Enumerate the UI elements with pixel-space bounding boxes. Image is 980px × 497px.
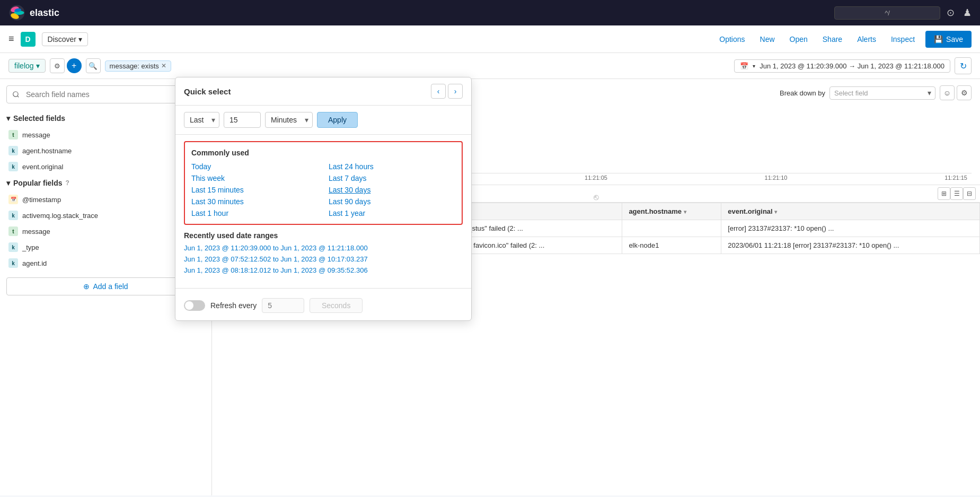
new-button[interactable]: New bbox=[756, 33, 779, 46]
row-agent-hostname-cell: elk-node1 bbox=[622, 237, 721, 254]
refresh-interval-input[interactable] bbox=[262, 298, 304, 313]
recent-range-2[interactable]: Jun 1, 2023 @ 07:52:12.502 to Jun 1, 202… bbox=[184, 255, 463, 263]
alerts-button[interactable]: Alerts bbox=[853, 33, 880, 46]
select-field-wrapper: Select field bbox=[829, 86, 935, 100]
row-event-original-cell: [error] 23137#23137: *10 open() ... bbox=[721, 220, 980, 237]
refresh-toggle[interactable] bbox=[184, 300, 205, 311]
selected-fields-chevron-icon: ▾ bbox=[6, 114, 10, 123]
calendar-icon: 📅 bbox=[740, 62, 748, 70]
field-name: _type bbox=[22, 243, 39, 251]
app-name-label: elastic bbox=[30, 7, 59, 19]
qs-divider bbox=[175, 288, 471, 289]
options-button[interactable]: Options bbox=[715, 33, 749, 46]
qs-link-last30m[interactable]: Last 30 minutes bbox=[191, 197, 318, 206]
top-nav-icons: ⊙ ♟ bbox=[947, 7, 972, 19]
commonly-used-title: Commonly used bbox=[191, 149, 455, 157]
qs-link-last7d[interactable]: Last 7 days bbox=[329, 174, 455, 182]
row-agent-hostname-cell bbox=[622, 220, 721, 237]
time-range-selector[interactable]: 📅 ▾ Jun 1, 2023 @ 11:20:39.000 → Jun 1, … bbox=[734, 59, 950, 73]
field-type-badge: k bbox=[8, 211, 18, 220]
field-type-badge: k bbox=[8, 162, 18, 171]
filter-bar: filelog ▾ ⚙ + 🔍 message: exists ✕ 📅 ▾ Ju… bbox=[0, 53, 980, 79]
event-original-sort-icon: ▾ bbox=[774, 209, 777, 215]
filter-tag-close-button[interactable]: ✕ bbox=[161, 62, 166, 69]
breakdown-field-select[interactable]: Select field bbox=[829, 86, 935, 100]
field-type-badge: 📅 bbox=[8, 195, 18, 204]
quick-select-title: Quick select bbox=[184, 87, 231, 96]
index-selector[interactable]: filelog ▾ bbox=[8, 59, 46, 73]
field-name: message bbox=[22, 228, 50, 236]
quick-select-controls: Last Minutes Apply bbox=[175, 106, 471, 135]
save-button[interactable]: 💾 Save bbox=[925, 31, 972, 48]
range-unit-wrapper: Minutes bbox=[265, 112, 313, 128]
discover-app-button[interactable]: Discover ▾ bbox=[42, 32, 88, 46]
qs-link-last30d[interactable]: Last 30 days bbox=[329, 186, 455, 194]
field-type-badge: k bbox=[8, 258, 18, 268]
qs-link-last24h[interactable]: Last 24 hours bbox=[329, 162, 455, 171]
refresh-label: Refresh every bbox=[210, 301, 257, 310]
field-name: agent.hostname bbox=[22, 147, 72, 155]
field-name: message bbox=[22, 131, 50, 139]
popular-fields-help-icon: ? bbox=[66, 179, 69, 187]
qs-link-last1h[interactable]: Last 1 hour bbox=[191, 209, 318, 217]
top-navigation: elastic ^/ ⊙ ♟ bbox=[0, 0, 980, 25]
range-number-input[interactable] bbox=[224, 112, 261, 128]
quick-select-panel: Quick select ‹ › Last Minutes Apply bbox=[175, 77, 472, 321]
add-field-icon: ⊕ bbox=[83, 282, 90, 291]
agent-hostname-column-label: agent.hostname bbox=[629, 207, 682, 215]
popular-fields-chevron-icon: ▾ bbox=[6, 179, 10, 187]
selected-fields-label: Selected fields bbox=[13, 114, 65, 123]
refresh-unit-display: Seconds bbox=[310, 298, 363, 313]
chart-icon-buttons: ☺ ⚙ bbox=[940, 85, 972, 100]
chart-smiley-button[interactable]: ☺ bbox=[940, 85, 955, 100]
chart-settings-button[interactable]: ⚙ bbox=[957, 85, 972, 100]
range-unit-select[interactable]: Minutes bbox=[265, 112, 313, 128]
range-type-wrapper: Last bbox=[184, 112, 219, 128]
search-toggle-button[interactable]: 🔍 bbox=[86, 58, 101, 73]
menu-toggle-button[interactable]: ≡ bbox=[8, 33, 14, 45]
help-icon[interactable]: ⊙ bbox=[947, 7, 955, 19]
qs-next-button[interactable]: › bbox=[448, 84, 463, 99]
refresh-button[interactable]: ↻ bbox=[955, 57, 972, 74]
discover-label: Discover bbox=[48, 35, 76, 43]
qs-link-this-week[interactable]: This week bbox=[191, 174, 318, 182]
main-layout: ▾ Selected fields t message k agent.host… bbox=[0, 79, 980, 495]
breakdown-label: Break down by bbox=[780, 89, 825, 97]
recent-range-3[interactable]: Jun 1, 2023 @ 08:18:12.012 to Jun 1, 202… bbox=[184, 266, 463, 274]
share-button[interactable]: Share bbox=[818, 33, 846, 46]
field-type-badge: k bbox=[8, 242, 18, 252]
recently-used-section: Recently used date ranges Jun 1, 2023 @ … bbox=[175, 231, 471, 284]
recent-range-1[interactable]: Jun 1, 2023 @ 11:20:39.000 to Jun 1, 202… bbox=[184, 244, 463, 252]
field-type-badge: k bbox=[8, 146, 18, 155]
popular-fields-label: Popular fields bbox=[13, 179, 63, 187]
table-header-event-original[interactable]: event.original ▾ bbox=[721, 203, 980, 220]
x-label: 11:21:15 bbox=[944, 175, 967, 181]
apply-button[interactable]: Apply bbox=[317, 112, 358, 128]
row-event-original-cell: 2023/06/01 11:21:18 [error] 23137#23137:… bbox=[721, 237, 980, 254]
active-filter-tag: message: exists ✕ bbox=[105, 60, 171, 72]
table-header-agent-hostname[interactable]: agent.hostname ▾ bbox=[622, 203, 721, 220]
field-type-badge: t bbox=[8, 130, 18, 139]
x-label: 11:21:05 bbox=[585, 175, 607, 181]
qs-link-last1y[interactable]: Last 1 year bbox=[329, 209, 455, 217]
top-search-bar[interactable]: ^/ bbox=[834, 6, 940, 20]
agent-hostname-sort-icon: ▾ bbox=[684, 209, 686, 215]
field-name: @timestamp bbox=[22, 196, 61, 204]
secondary-navigation: ≡ D Discover ▾ Options New Open Share Al… bbox=[0, 25, 980, 53]
qs-link-today[interactable]: Today bbox=[191, 162, 318, 171]
event-original-column-label: event.original bbox=[728, 207, 773, 215]
open-button[interactable]: Open bbox=[785, 33, 812, 46]
filter-options-button[interactable]: ⚙ bbox=[50, 58, 65, 73]
qs-link-last90d[interactable]: Last 90 days bbox=[329, 197, 455, 206]
user-icon[interactable]: ♟ bbox=[963, 7, 972, 19]
qs-link-last15m[interactable]: Last 15 minutes bbox=[191, 186, 318, 194]
inspect-button[interactable]: Inspect bbox=[887, 33, 919, 46]
range-type-select[interactable]: Last bbox=[184, 112, 219, 128]
qs-prev-button[interactable]: ‹ bbox=[431, 84, 446, 99]
save-label: Save bbox=[946, 35, 963, 43]
add-field-label: Add a field bbox=[93, 282, 128, 291]
index-chevron-icon: ▾ bbox=[36, 62, 40, 70]
refresh-every-row: Refresh every Seconds bbox=[175, 293, 471, 320]
field-name: activemq.log.stack_trace bbox=[22, 212, 98, 220]
add-filter-button[interactable]: + bbox=[67, 58, 82, 73]
